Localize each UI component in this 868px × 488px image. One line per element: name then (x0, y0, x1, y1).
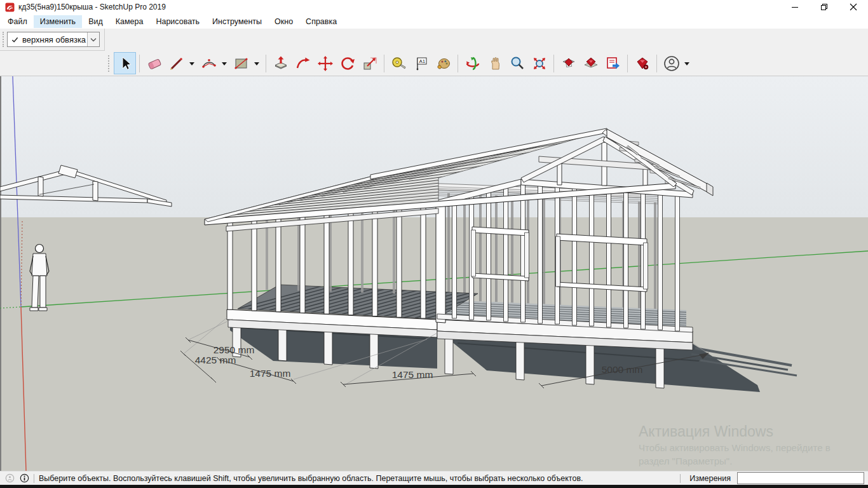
menu-file[interactable]: Файл (1, 15, 34, 28)
export-image-button[interactable] (602, 52, 624, 74)
toolbar-separator (139, 55, 140, 72)
send-to-layout-button[interactable] (557, 52, 580, 74)
selection-set-combo[interactable]: верхняя обвязка (7, 32, 100, 47)
line-tool-button[interactable] (165, 52, 187, 74)
minimize-button[interactable] (780, 0, 810, 14)
follow-me-tool-button[interactable] (292, 52, 314, 74)
orbit-tool-button[interactable] (461, 52, 484, 74)
line-tool-caret[interactable] (189, 62, 194, 68)
dimension-label-1475-b: 1475 mm (392, 369, 433, 380)
pan-tool-button[interactable] (484, 52, 506, 74)
windows-activation-watermark-line1: Чтобы активировать Windows, перейдите в (639, 442, 831, 453)
main-toolbar: A1 (0, 51, 868, 76)
status-separator (34, 474, 34, 483)
restore-button[interactable] (810, 0, 839, 14)
dimension-label-1475-a: 1475 mm (250, 368, 291, 379)
eraser-icon (146, 55, 163, 72)
zoom-extents-icon (531, 55, 548, 72)
status-bar: Выберите объекты. Воспользуйтесь клавише… (0, 471, 868, 485)
windows-activation-watermark-title: Активация Windows (639, 423, 773, 440)
export-icon (605, 55, 621, 72)
close-button[interactable] (839, 0, 868, 14)
follow-me-icon (295, 55, 311, 72)
text-icon: A1 (413, 55, 430, 72)
arc-icon (201, 55, 217, 72)
zoom-extents-tool-button[interactable] (528, 52, 550, 74)
toolbar-grip[interactable] (3, 32, 6, 47)
dimension-label-4425: 4425 mm (195, 355, 236, 365)
viewport-left-border (0, 76, 1, 471)
toolbar-separator (384, 55, 384, 72)
rectangle-tool-caret[interactable] (254, 62, 259, 68)
windows-activation-watermark-line2: раздел "Параметры". (639, 456, 732, 466)
layout-button[interactable] (580, 52, 602, 74)
orbit-icon (465, 55, 481, 72)
text-tool-button[interactable]: A1 (410, 52, 432, 74)
status-message: Выберите объекты. Воспользуйтесь клавише… (39, 474, 583, 483)
scale-tool-button[interactable] (358, 52, 381, 74)
select-tool-button[interactable] (114, 52, 136, 74)
eraser-tool-button[interactable] (143, 52, 165, 74)
menu-help[interactable]: Справка (299, 15, 343, 28)
select-cursor-icon (118, 56, 133, 71)
send-to-layout-icon (560, 55, 577, 72)
paint-bucket-tool-button[interactable] (432, 52, 454, 74)
rotate-tool-button[interactable] (336, 52, 358, 74)
menu-camera[interactable]: Камера (109, 15, 150, 28)
window-title: кд35(5на9)150крыша - SketchUp Pro 2019 (18, 3, 166, 11)
sketchup-logo-icon (5, 3, 15, 12)
rectangle-icon (233, 55, 250, 72)
selection-toolbar-row: верхняя обвязка (0, 29, 868, 51)
paint-bucket-icon (435, 55, 452, 72)
rectangle-tool-button[interactable] (230, 52, 252, 74)
account-icon (663, 55, 681, 72)
menu-bar: Файл Изменить Вид Камера Нарисовать Инст… (0, 14, 868, 29)
dimension-label-2950: 2950 mm (214, 344, 255, 355)
toolbar-separator (627, 55, 628, 72)
pan-hand-icon (487, 55, 503, 72)
rotate-icon (339, 55, 356, 72)
zoom-icon (509, 55, 526, 72)
title-bar: кд35(5на9)150крыша - SketchUp Pro 2019 (0, 0, 868, 14)
tape-measure-tool-button[interactable] (388, 52, 410, 74)
measurements-label: Измерения (689, 474, 731, 483)
zoom-tool-button[interactable] (506, 52, 528, 74)
toolbar-grip-2[interactable] (108, 55, 111, 72)
check-icon (11, 36, 18, 43)
menu-view[interactable]: Вид (82, 15, 109, 28)
menu-window[interactable]: Окно (268, 15, 299, 28)
selection-set-value: верхняя обвязка (22, 35, 87, 44)
viewport-3d[interactable]: 2950 mm 4425 mm 1475 mm 1475 mm 5000 mm … (0, 76, 868, 471)
extension-manager-button[interactable] (631, 52, 653, 74)
geolocation-status-icon[interactable] (5, 473, 15, 483)
window-bottom-edge (0, 485, 868, 488)
menu-edit[interactable]: Изменить (34, 15, 82, 28)
push-pull-icon (273, 55, 289, 72)
measurements-input[interactable] (737, 472, 864, 484)
layout-icon (583, 55, 599, 72)
arc-tool-caret[interactable] (222, 62, 227, 68)
account-caret[interactable] (684, 62, 689, 68)
svg-text:A1: A1 (419, 58, 425, 64)
toolbar-separator (656, 55, 657, 72)
combo-dropdown-button[interactable] (87, 32, 99, 46)
move-icon (317, 55, 334, 72)
move-tool-button[interactable] (314, 52, 336, 74)
toolbar-separator (553, 55, 554, 72)
push-pull-tool-button[interactable] (269, 52, 292, 74)
toolbar-separator (458, 55, 458, 72)
selection-panel: верхняя обвязка (0, 29, 105, 51)
menu-tools[interactable]: Инструменты (206, 15, 268, 28)
status-separator-right (680, 474, 681, 483)
pencil-icon (168, 55, 185, 72)
toolbar-separator (266, 55, 266, 72)
info-status-icon[interactable] (20, 473, 29, 483)
scale-icon (362, 55, 378, 72)
arc-tool-button[interactable] (198, 52, 220, 74)
extension-gem-icon (634, 55, 651, 72)
menu-draw[interactable]: Нарисовать (149, 15, 206, 28)
dimension-label-5000: 5000 mm (602, 364, 643, 375)
account-button[interactable] (660, 52, 682, 74)
tape-measure-icon (391, 55, 407, 72)
